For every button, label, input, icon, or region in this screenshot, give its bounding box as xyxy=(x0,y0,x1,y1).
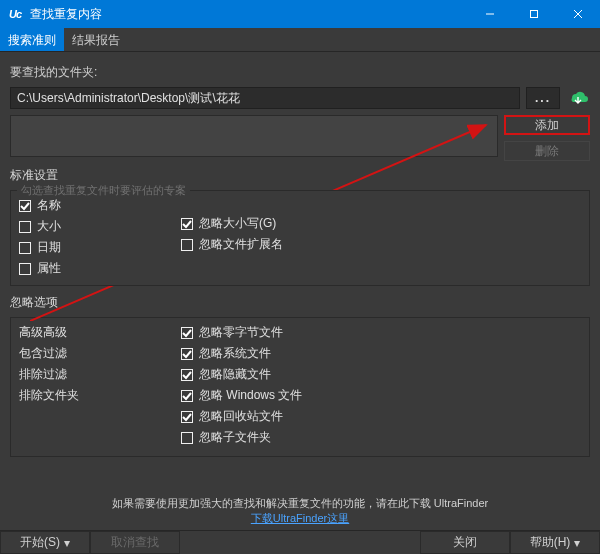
checkbox-忽略大小写(G)[interactable]: 忽略大小写(G) xyxy=(181,215,331,232)
tabbar: 搜索准则 结果报告 xyxy=(0,28,600,52)
close-button[interactable] xyxy=(556,0,600,28)
close-footer-button[interactable]: 关闭 xyxy=(420,531,510,554)
checkbox-忽略系统文件[interactable]: 忽略系统文件 xyxy=(181,345,331,362)
checkbox-属性[interactable]: 属性 xyxy=(19,260,169,277)
window-title: 查找重复内容 xyxy=(30,6,468,23)
skip-groupbox: 高级高级包含过滤排除过滤排除文件夹 忽略零字节文件忽略系统文件忽略隐藏文件忽略 … xyxy=(10,317,590,457)
checkbox-icon xyxy=(181,390,193,402)
folder-path-input[interactable] xyxy=(10,87,520,109)
skip-left-排除文件夹[interactable]: 排除文件夹 xyxy=(19,387,169,404)
cloud-download-icon[interactable] xyxy=(566,87,590,109)
checkbox-忽略隐藏文件[interactable]: 忽略隐藏文件 xyxy=(181,366,331,383)
checkbox-icon xyxy=(181,218,193,230)
minimize-button[interactable] xyxy=(468,0,512,28)
footer: 开始(S)▾ 取消查找 关闭 帮助(H)▾ xyxy=(0,530,600,554)
browse-button[interactable]: ... xyxy=(526,87,560,109)
checkbox-日期[interactable]: 日期 xyxy=(19,239,169,256)
checkbox-icon xyxy=(181,327,193,339)
checkbox-icon xyxy=(19,221,31,233)
checkbox-icon xyxy=(181,348,193,360)
folder-list[interactable] xyxy=(10,115,498,157)
svg-rect-0 xyxy=(531,11,538,18)
checkbox-icon xyxy=(19,200,31,212)
checkbox-icon xyxy=(181,411,193,423)
promo-text: 如果需要使用更加强大的查找和解决重复文件的功能，请在此下载 UltraFinde… xyxy=(10,496,590,530)
skip-section-label: 忽略选项 xyxy=(10,294,590,311)
checkbox-忽略文件扩展名[interactable]: 忽略文件扩展名 xyxy=(181,236,331,253)
skip-left-排除过滤[interactable]: 排除过滤 xyxy=(19,366,169,383)
checkbox-icon xyxy=(19,242,31,254)
remove-button[interactable]: 删除 xyxy=(504,141,590,161)
checkbox-icon xyxy=(181,369,193,381)
checkbox-icon xyxy=(181,239,193,251)
titlebar: Uc 查找重复内容 xyxy=(0,0,600,28)
add-button[interactable]: 添加 xyxy=(504,115,590,135)
checkbox-名称[interactable]: 名称 xyxy=(19,197,169,214)
app-logo: Uc xyxy=(0,8,30,20)
checkbox-忽略 Windows 文件[interactable]: 忽略 Windows 文件 xyxy=(181,387,331,404)
checkbox-忽略子文件夹[interactable]: 忽略子文件夹 xyxy=(181,429,331,446)
checkbox-忽略回收站文件[interactable]: 忽略回收站文件 xyxy=(181,408,331,425)
cancel-search-button[interactable]: 取消查找 xyxy=(90,531,180,554)
checkbox-icon xyxy=(181,432,193,444)
promo-link[interactable]: 下载UltraFinder这里 xyxy=(251,512,349,524)
maximize-button[interactable] xyxy=(512,0,556,28)
folder-label: 要查找的文件夹: xyxy=(10,64,590,81)
standard-section-label: 标准设置 xyxy=(10,167,590,184)
checkbox-忽略零字节文件[interactable]: 忽略零字节文件 xyxy=(181,324,331,341)
checkbox-大小[interactable]: 大小 xyxy=(19,218,169,235)
start-button[interactable]: 开始(S)▾ xyxy=(0,531,90,554)
help-button[interactable]: 帮助(H)▾ xyxy=(510,531,600,554)
standard-groupbox: 勾选查找重复文件时要评估的专案 名称大小日期属性 忽略大小写(G)忽略文件扩展名 xyxy=(10,190,590,286)
tab-results[interactable]: 结果报告 xyxy=(64,28,128,51)
skip-left-包含过滤[interactable]: 包含过滤 xyxy=(19,345,169,362)
checkbox-icon xyxy=(19,263,31,275)
standard-group-title: 勾选查找重复文件时要评估的专案 xyxy=(17,183,190,198)
skip-left-高级高级[interactable]: 高级高级 xyxy=(19,324,169,341)
tab-search-criteria[interactable]: 搜索准则 xyxy=(0,28,64,51)
